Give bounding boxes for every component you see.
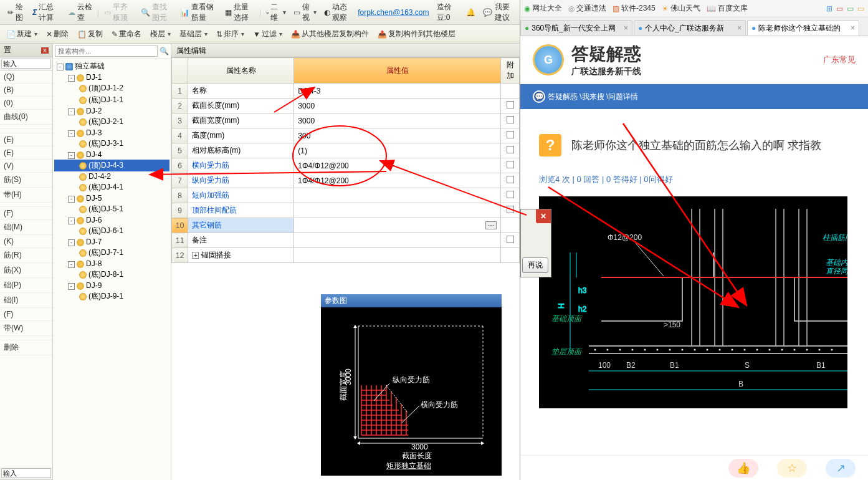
category-item[interactable]: (K) [0,235,52,248]
tree-item[interactable]: (顶)DJ-1-2 [54,82,169,94]
tree-item[interactable]: (底)DJ-1-1 [54,94,169,106]
category-input-1[interactable] [1,59,51,69]
prop-value[interactable]: ⋯ [294,218,501,233]
prop-add[interactable] [501,98,520,113]
dialog-later-button[interactable]: 再说 [522,257,548,273]
like-button[interactable]: 👍 [728,459,758,478]
checkbox[interactable] [507,206,514,213]
prop-value[interactable]: 300 [294,128,501,143]
prop-add[interactable] [501,143,520,158]
copy-from-other-button[interactable]: 📥从其他楼层复制构件 [289,28,371,40]
checkbox[interactable] [507,176,514,183]
prop-add[interactable] [501,203,520,218]
tab-close-icon[interactable]: × [851,24,855,32]
category-item[interactable] [0,129,52,133]
prop-add[interactable] [501,84,520,98]
property-row[interactable]: 12+锚固搭接 [172,248,520,263]
category-item[interactable] [0,336,52,340]
category-item[interactable]: 带(H) [0,188,52,203]
prop-add[interactable] [501,158,520,173]
prop-add[interactable] [501,218,520,233]
category-item[interactable]: (E) [0,133,52,146]
category-item[interactable]: 础(P) [0,278,52,293]
prop-add[interactable] [501,248,520,263]
view-2d-dropdown[interactable]: ▫二维 [264,1,289,24]
rename-button[interactable]: ✎重命名 [109,28,144,40]
delete-button[interactable]: ✕删除 [44,28,71,40]
copy-to-other-button[interactable]: 📤复制构件到其他楼层 [375,28,458,40]
tree-group[interactable]: -DJ-6 [54,215,169,225]
draw-button[interactable]: ✏绘图 [5,1,27,24]
category-input-2[interactable] [1,468,51,478]
category-item[interactable]: (0) [0,97,52,110]
prop-value[interactable]: 3000 [294,98,501,113]
category-item[interactable]: 筋(S) [0,173,52,188]
tree-item[interactable]: (底)DJ-2-1 [54,116,169,128]
filter-button[interactable]: ▼过滤 [250,28,285,40]
tree-item[interactable]: (底)DJ-5-1 [54,203,169,215]
checkbox[interactable] [507,101,514,108]
bookmark-soft2345[interactable]: ▧软件-2345 [613,3,656,14]
ellipsis-button[interactable]: ⋯ [485,221,497,229]
tree-item[interactable]: (底)DJ-8-1 [54,269,169,281]
checkbox[interactable] [507,146,514,153]
tree-root[interactable]: -独立基础 [54,60,169,72]
category-item[interactable]: 删除 [0,340,52,355]
property-row[interactable]: 10其它钢筋⋯ [172,218,520,233]
breadcrumb-text[interactable]: 答疑解惑 \我来搜 \问题详情 [548,92,638,102]
tree-item[interactable]: (顶)DJ-4-3 [54,160,169,171]
property-row[interactable]: 5相对底标高(m)(1) [172,143,520,158]
view-rebar-button[interactable]: 📊查看钢筋量 [178,1,220,24]
ext-icon-4[interactable]: ▭ [857,4,864,13]
category-item[interactable]: 带(W) [0,321,52,336]
property-row[interactable]: 3截面宽度(mm)3000 [172,113,520,128]
property-row[interactable]: 11备注 [172,233,520,248]
property-row[interactable]: 6横向受力筋1Φ4/Φ12@200 [172,158,520,173]
category-item[interactable] [0,203,52,207]
ext-icon-1[interactable]: ⊞ [826,4,832,13]
category-item[interactable]: 筋(X) [0,263,52,278]
tree-item[interactable]: (底)DJ-3-1 [54,138,169,150]
cloud-check-button[interactable]: ☁云检查 [65,1,95,24]
prop-value[interactable] [294,248,501,263]
floor-dropdown[interactable]: 楼层 [148,28,173,40]
category-item[interactable]: (E) [0,146,52,160]
prop-value[interactable]: (1) [294,143,501,158]
prop-add[interactable] [501,113,520,128]
tree-group[interactable]: -DJ-9 [54,281,169,290]
tree-group[interactable]: -DJ-5 [54,193,169,203]
category-item[interactable]: (Q) [0,70,52,84]
prop-value[interactable] [294,233,501,248]
dialog-close-button[interactable]: ✕ [536,209,551,223]
checkbox[interactable] [507,116,514,123]
prop-value[interactable]: 1Φ4/Φ12@200 [294,158,501,173]
sum-calc-button[interactable]: Σ汇总计算 [30,1,62,24]
category-item[interactable]: (F) [0,207,52,220]
tree-item[interactable]: DJ-4-2 [54,171,169,181]
bookmark-foshan[interactable]: ☀佛山天气 [662,3,700,14]
new-button[interactable]: 📄新建 [4,28,40,40]
category-item[interactable]: (F) [0,308,52,321]
category-item[interactable]: 曲线(0) [0,110,52,125]
category-item[interactable]: 础(M) [0,220,52,235]
suggestion-link[interactable]: 💬我要建议 [483,2,515,23]
tree-group[interactable]: -DJ-1 [54,72,169,82]
site-region[interactable]: 广东常见 [823,54,856,65]
tree-search-input[interactable] [55,46,158,57]
tree-group[interactable]: -DJ-2 [54,106,169,116]
prop-add[interactable] [501,188,520,203]
prop-add[interactable] [501,128,520,143]
bell-icon[interactable]: 🔔 [466,8,475,17]
tree-item[interactable]: (底)DJ-9-1 [54,290,169,302]
category-item[interactable]: (V) [0,160,52,173]
flat-top-button[interactable]: ▭平齐板顶 [102,1,136,24]
dynamic-view-button[interactable]: ◐动态观察 [322,1,356,24]
category-item[interactable]: 筋(R) [0,248,52,263]
foundation-floor-dropdown[interactable]: 基础层 [177,28,210,40]
share-button[interactable]: ↗ [826,459,856,478]
property-row[interactable]: 4高度(mm)300 [172,128,520,143]
prop-value[interactable] [294,188,501,203]
property-row[interactable]: 9顶部柱间配筋 [172,203,520,218]
email-link[interactable]: forpk.chen@163.com [358,8,429,17]
category-item[interactable] [0,125,52,129]
